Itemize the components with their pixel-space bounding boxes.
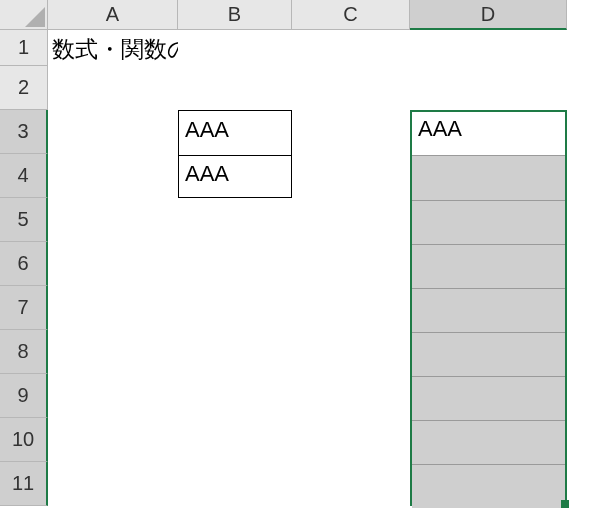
- row-header-5[interactable]: 5: [0, 198, 48, 242]
- cell-B7[interactable]: [178, 286, 292, 330]
- row-header-11[interactable]: 11: [0, 462, 48, 506]
- row-header-7[interactable]: 7: [0, 286, 48, 330]
- cell-D10[interactable]: [410, 418, 567, 462]
- row-3: 3: [0, 110, 600, 154]
- cell-C1[interactable]: [292, 30, 410, 66]
- row-header-4[interactable]: 4: [0, 154, 48, 198]
- cell-D1[interactable]: [410, 30, 567, 66]
- cell-A3[interactable]: [48, 110, 178, 154]
- cell-B9[interactable]: [178, 374, 292, 418]
- grid-body: 1 数式・関数のコピー1 2 3 4: [0, 30, 600, 506]
- cell-C2[interactable]: [292, 66, 410, 110]
- cell-D9[interactable]: [410, 374, 567, 418]
- row-7: 7: [0, 286, 600, 330]
- cell-B11[interactable]: [178, 462, 292, 506]
- cell-A5[interactable]: [48, 198, 178, 242]
- cell-B10[interactable]: [178, 418, 292, 462]
- cell-B6[interactable]: [178, 242, 292, 286]
- row-2: 2: [0, 66, 600, 110]
- cell-D2[interactable]: [410, 66, 567, 110]
- column-header-C[interactable]: C: [292, 0, 410, 30]
- row-header-1[interactable]: 1: [0, 30, 48, 66]
- cell-B4-text: AAA: [185, 161, 229, 187]
- cell-D11[interactable]: [410, 462, 567, 506]
- row-6: 6: [0, 242, 600, 286]
- row-header-6[interactable]: 6: [0, 242, 48, 286]
- row-5: 5: [0, 198, 600, 242]
- cell-A9[interactable]: [48, 374, 178, 418]
- row-header-9[interactable]: 9: [0, 374, 48, 418]
- cell-D6[interactable]: [410, 242, 567, 286]
- cell-A10[interactable]: [48, 418, 178, 462]
- cell-B1[interactable]: [178, 30, 292, 66]
- cell-D8[interactable]: [410, 330, 567, 374]
- row-1: 1 数式・関数のコピー1: [0, 30, 600, 66]
- cell-C11[interactable]: [292, 462, 410, 506]
- column-header-row: A B C D: [0, 0, 600, 30]
- row-4: 4: [0, 154, 600, 198]
- select-all-triangle-icon: [25, 7, 45, 27]
- cell-C3[interactable]: [292, 110, 410, 154]
- cell-B8[interactable]: [178, 330, 292, 374]
- cell-C9[interactable]: [292, 374, 410, 418]
- cell-C10[interactable]: [292, 418, 410, 462]
- cell-C6[interactable]: [292, 242, 410, 286]
- cell-A7[interactable]: [48, 286, 178, 330]
- cell-C8[interactable]: [292, 330, 410, 374]
- select-all-corner[interactable]: [0, 0, 48, 30]
- row-9: 9: [0, 374, 600, 418]
- column-header-A[interactable]: A: [48, 0, 178, 30]
- row-header-3[interactable]: 3: [0, 110, 48, 154]
- cell-A2[interactable]: [48, 66, 178, 110]
- cell-B2[interactable]: [178, 66, 292, 110]
- cell-A11[interactable]: [48, 462, 178, 506]
- row-8: 8: [0, 330, 600, 374]
- cell-C4[interactable]: [292, 154, 410, 198]
- column-header-B[interactable]: B: [178, 0, 292, 30]
- column-header-D[interactable]: D: [410, 0, 567, 30]
- row-header-8[interactable]: 8: [0, 330, 48, 374]
- cell-D5[interactable]: [410, 198, 567, 242]
- cell-C5[interactable]: [292, 198, 410, 242]
- cell-B3-text: AAA: [185, 117, 229, 143]
- row-10: 10: [0, 418, 600, 462]
- cell-D7[interactable]: [410, 286, 567, 330]
- cell-C7[interactable]: [292, 286, 410, 330]
- row-header-2[interactable]: 2: [0, 66, 48, 110]
- cell-A4[interactable]: [48, 154, 178, 198]
- cell-D3-text: AAA: [418, 116, 462, 142]
- cell-A8[interactable]: [48, 330, 178, 374]
- cell-D4[interactable]: [410, 154, 567, 198]
- cell-A6[interactable]: [48, 242, 178, 286]
- row-11: 11: [0, 462, 600, 506]
- cell-A1[interactable]: 数式・関数のコピー1: [48, 30, 178, 66]
- spreadsheet: A B C D 1 数式・関数のコピー1 2 3: [0, 0, 600, 527]
- svg-marker-0: [25, 7, 45, 27]
- cell-B5[interactable]: [178, 198, 292, 242]
- row-header-10[interactable]: 10: [0, 418, 48, 462]
